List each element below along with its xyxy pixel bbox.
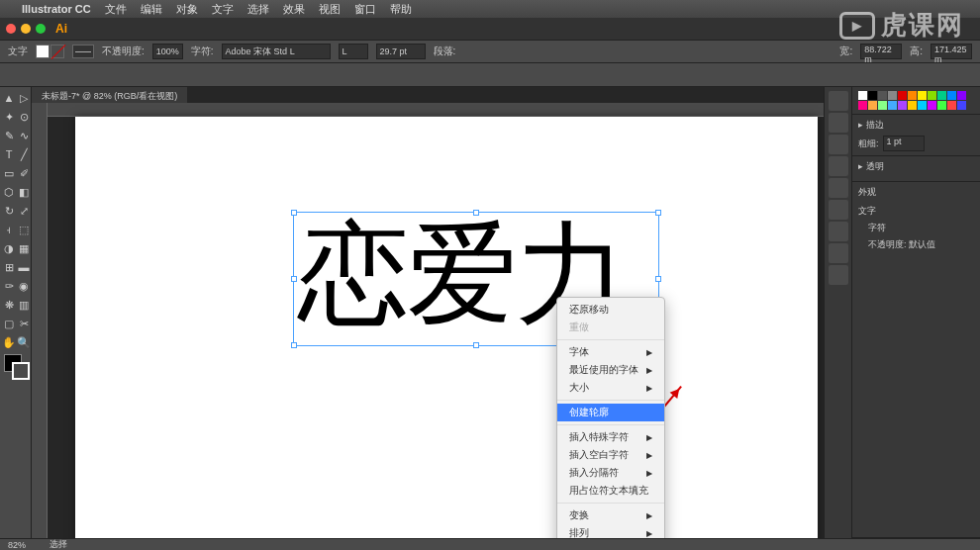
- zoom-level[interactable]: 82%: [8, 540, 26, 550]
- appearance-panel[interactable]: 外观 文字 字符 不透明度: 默认值: [852, 182, 980, 538]
- dock-graphic-styles-icon[interactable]: [829, 243, 848, 263]
- shaper-tool[interactable]: ⬡: [2, 183, 16, 201]
- swatch-color[interactable]: [957, 101, 966, 110]
- free-transform-tool[interactable]: ⬚: [17, 221, 31, 238]
- dock-color-icon[interactable]: [829, 91, 848, 111]
- stroke-weight-icon[interactable]: [72, 45, 94, 58]
- eraser-tool[interactable]: ◧: [17, 183, 31, 201]
- gradient-tool[interactable]: ▬: [17, 258, 31, 276]
- artboard-tool[interactable]: ▢: [2, 315, 16, 332]
- swatch-color[interactable]: [908, 91, 917, 100]
- type-tool[interactable]: T: [2, 145, 16, 163]
- swatch-color[interactable]: [868, 91, 877, 100]
- swatch-color[interactable]: [898, 101, 907, 110]
- stroke-weight-input[interactable]: 1 pt: [883, 136, 925, 151]
- lasso-tool[interactable]: ⊙: [17, 108, 31, 126]
- menu-type[interactable]: 文字: [212, 2, 234, 17]
- swatch-color[interactable]: [947, 91, 956, 100]
- opacity-input[interactable]: 100%: [152, 44, 183, 59]
- swatch-color[interactable]: [928, 101, 936, 110]
- app-name[interactable]: Illustrator CC: [22, 3, 91, 15]
- perspective-tool[interactable]: ▦: [17, 239, 31, 257]
- swatch-color[interactable]: [868, 101, 877, 110]
- graph-tool[interactable]: ▥: [17, 296, 31, 314]
- swatch-color[interactable]: [878, 101, 887, 110]
- cm-undo-move[interactable]: 还原移动: [557, 301, 664, 319]
- dock-symbols-icon[interactable]: [829, 135, 848, 154]
- menu-select[interactable]: 选择: [247, 2, 269, 17]
- vertical-ruler[interactable]: [32, 103, 48, 538]
- dock-appearance-icon[interactable]: [829, 222, 848, 241]
- handle-bm[interactable]: [473, 342, 479, 348]
- menu-window[interactable]: 窗口: [354, 2, 376, 17]
- horizontal-ruler[interactable]: [48, 103, 824, 117]
- dock-stroke-icon[interactable]: [829, 156, 848, 176]
- shape-builder-tool[interactable]: ◑: [2, 239, 16, 257]
- menu-help[interactable]: 帮助: [390, 2, 412, 17]
- canvas[interactable]: 恋爱力: [48, 117, 824, 524]
- width-tool[interactable]: ⫞: [2, 221, 16, 238]
- selection-tool[interactable]: ▲: [2, 89, 16, 107]
- dock-layers-icon[interactable]: [829, 265, 848, 285]
- artboard[interactable]: 恋爱力: [75, 117, 818, 538]
- fill-stroke-control[interactable]: [2, 352, 31, 384]
- hand-tool[interactable]: ✋: [2, 333, 16, 351]
- pen-tool[interactable]: ✎: [2, 127, 16, 144]
- magic-wand-tool[interactable]: ✦: [2, 108, 16, 126]
- handle-tr[interactable]: [655, 210, 661, 216]
- swatch-color[interactable]: [878, 91, 887, 100]
- swatch-color[interactable]: [858, 91, 867, 100]
- font-family-dropdown[interactable]: Adobe 宋体 Std L: [222, 44, 331, 59]
- menu-effect[interactable]: 效果: [283, 2, 305, 17]
- swatch-color[interactable]: [858, 101, 867, 110]
- cm-fill-placeholder[interactable]: 用占位符文本填充: [557, 482, 664, 500]
- appearance-item-type[interactable]: 文字: [858, 203, 974, 220]
- dock-transparency-icon[interactable]: [829, 200, 848, 220]
- handle-tl[interactable]: [291, 210, 297, 216]
- scale-tool[interactable]: ⤢: [17, 202, 31, 220]
- cm-create-outlines[interactable]: 创建轮廓: [557, 404, 664, 421]
- cm-insert-special[interactable]: 插入特殊字符▶: [557, 428, 664, 446]
- cm-size[interactable]: 大小▶: [557, 379, 664, 397]
- stroke-color[interactable]: [12, 362, 30, 380]
- swatch-color[interactable]: [947, 101, 956, 110]
- stroke-panel[interactable]: ▸ 描边 粗细: 1 pt: [852, 115, 980, 156]
- handle-mr[interactable]: [655, 276, 661, 282]
- handle-bl[interactable]: [291, 342, 297, 348]
- menu-object[interactable]: 对象: [176, 2, 198, 17]
- curvature-tool[interactable]: ∿: [17, 127, 31, 144]
- eyedropper-tool[interactable]: ✑: [2, 277, 16, 295]
- menu-file[interactable]: 文件: [105, 2, 127, 17]
- transparency-panel[interactable]: ▸ 透明: [852, 156, 980, 182]
- swatches-panel[interactable]: [852, 87, 980, 115]
- minimize-button[interactable]: [21, 24, 31, 34]
- menu-edit[interactable]: 编辑: [141, 2, 162, 17]
- swatch-color[interactable]: [937, 91, 946, 100]
- swatch-color[interactable]: [888, 101, 897, 110]
- cm-arrange[interactable]: 排列▶: [557, 524, 664, 538]
- font-size-input[interactable]: 29.7 pt: [376, 44, 426, 59]
- appearance-item-opacity[interactable]: 不透明度: 默认值: [858, 236, 974, 253]
- menu-view[interactable]: 视图: [319, 2, 341, 17]
- handle-tm[interactable]: [473, 210, 479, 216]
- swatch-color[interactable]: [888, 91, 897, 100]
- maximize-button[interactable]: [36, 24, 46, 34]
- mesh-tool[interactable]: ⊞: [2, 258, 16, 276]
- swatch-color[interactable]: [908, 101, 917, 110]
- cm-transform[interactable]: 变换▶: [557, 506, 664, 524]
- swatch-color[interactable]: [937, 101, 946, 110]
- handle-ml[interactable]: [291, 276, 297, 282]
- cm-recent-fonts[interactable]: 最近使用的字体▶: [557, 361, 664, 379]
- swatch-color[interactable]: [918, 91, 927, 100]
- slice-tool[interactable]: ✂: [17, 315, 31, 332]
- cm-insert-break[interactable]: 插入分隔符▶: [557, 464, 664, 482]
- paintbrush-tool[interactable]: ✐: [17, 164, 31, 182]
- cm-font[interactable]: 字体▶: [557, 343, 664, 361]
- stroke-swatch[interactable]: [50, 45, 64, 58]
- font-weight-dropdown[interactable]: L: [339, 44, 368, 59]
- swatch-color[interactable]: [918, 101, 927, 110]
- dock-gradient-icon[interactable]: [829, 178, 848, 198]
- dock-brushes-icon[interactable]: [829, 113, 848, 133]
- swatch-color[interactable]: [957, 91, 966, 100]
- appearance-item-char[interactable]: 字符: [858, 220, 974, 236]
